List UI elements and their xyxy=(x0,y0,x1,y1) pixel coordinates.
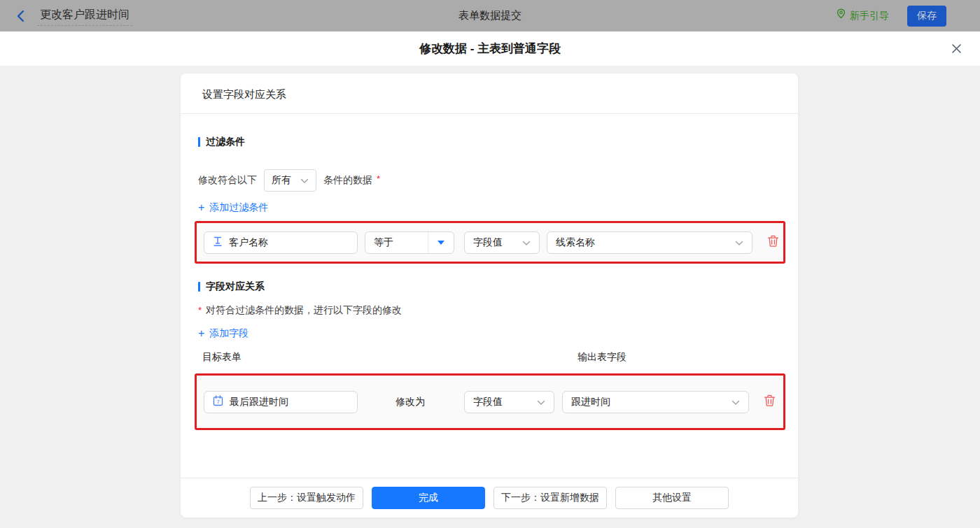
mapping-value: 跟进时间 xyxy=(571,396,610,408)
other-settings-button[interactable]: 其他设置 xyxy=(615,487,729,509)
condition-line: 修改符合以下 所有 条件的数据 * xyxy=(198,169,785,192)
mapping-field-value: 最后跟进时间 xyxy=(230,396,288,408)
modify-to-label: 修改为 xyxy=(396,396,425,408)
target-form-column-header: 目标表单 xyxy=(202,351,241,364)
filter-field-input[interactable]: 客户名称 xyxy=(204,231,358,254)
chevron-down-icon xyxy=(300,175,309,186)
mapping-value-type: 字段值 xyxy=(473,396,503,408)
plus-icon: + xyxy=(198,202,204,213)
filter-condition-row: 客户名称 等于 字段值 线索名称 xyxy=(195,221,785,264)
chevron-down-icon xyxy=(735,237,743,248)
filter-value-type: 字段值 xyxy=(473,236,503,249)
modal-header: 修改数据 - 主表到普通字段 xyxy=(0,31,980,66)
add-field-link[interactable]: + 添加字段 xyxy=(198,327,248,340)
calendar-date-icon: 7 xyxy=(213,395,223,408)
mapping-description: 对符合过滤条件的数据，进行以下字段的修改 xyxy=(206,304,402,317)
add-filter-condition-label: 添加过滤条件 xyxy=(209,201,268,214)
back-icon[interactable] xyxy=(15,10,26,22)
condition-suffix: 条件的数据 xyxy=(323,174,372,187)
topbar-right: 新手引导 保存 xyxy=(836,6,946,27)
chevron-down-icon xyxy=(537,397,545,408)
filter-section-title: 过滤条件 xyxy=(198,136,785,148)
filter-value: 线索名称 xyxy=(556,236,595,249)
filter-field-value: 客户名称 xyxy=(229,236,268,249)
required-asterisk: * xyxy=(198,305,202,315)
trash-icon xyxy=(767,235,779,250)
chevron-down-icon xyxy=(732,397,740,408)
save-button[interactable]: 保存 xyxy=(907,6,946,27)
prev-step-button[interactable]: 上一步：设置触发动作 xyxy=(250,487,363,509)
operator-value: 等于 xyxy=(365,232,428,253)
delete-filter-row-button[interactable] xyxy=(764,234,781,251)
match-mode-value: 所有 xyxy=(272,174,291,187)
mapping-section-title: 字段对应关系 xyxy=(198,280,785,293)
section-accent-bar xyxy=(198,137,200,147)
mapping-field-input[interactable]: 7 最后跟进时间 xyxy=(204,391,358,413)
mapping-value-select[interactable]: 跟进时间 xyxy=(562,391,749,413)
output-field-column-header: 输出表字段 xyxy=(578,351,626,364)
topbar-left: 更改客户跟进时间 xyxy=(15,6,132,26)
plus-icon: + xyxy=(198,328,204,339)
settings-card: 设置字段对应关系 过滤条件 修改符合以下 所有 条件的数据 xyxy=(181,73,798,518)
filter-value-type-select[interactable]: 字段值 xyxy=(464,231,540,254)
chevron-down-icon xyxy=(522,237,531,248)
done-button[interactable]: 完成 xyxy=(372,487,485,509)
delete-mapping-row-button[interactable] xyxy=(761,394,778,411)
guide-label: 新手引导 xyxy=(850,10,889,22)
field-mapping-row: 7 最后跟进时间 修改为 字段值 跟进时间 xyxy=(195,373,785,430)
next-step-button[interactable]: 下一步：设置新增数据 xyxy=(493,487,607,509)
mapping-section-label: 字段对应关系 xyxy=(206,280,265,293)
text-field-icon xyxy=(213,236,223,249)
add-filter-condition-link[interactable]: + 添加过滤条件 xyxy=(198,201,268,214)
guide-pin-icon xyxy=(836,8,846,23)
trash-icon xyxy=(764,394,776,409)
automation-name[interactable]: 更改客户跟进时间 xyxy=(37,6,132,26)
card-title: 设置字段对应关系 xyxy=(181,73,798,114)
close-icon[interactable] xyxy=(949,41,963,55)
beginner-guide-link[interactable]: 新手引导 xyxy=(836,8,889,23)
card-content: 过滤条件 修改符合以下 所有 条件的数据 * + 添加过滤条件 xyxy=(181,114,798,478)
required-asterisk: * xyxy=(377,173,380,184)
modal-title: 修改数据 - 主表到普通字段 xyxy=(419,41,561,57)
mapping-description-line: * 对符合过滤条件的数据，进行以下字段的修改 xyxy=(198,304,785,317)
operator-select[interactable]: 等于 xyxy=(365,231,454,254)
screen: 更改客户跟进时间 表单数据提交 新手引导 保存 修改数据 - 主表到普通字段 设… xyxy=(0,0,980,528)
condition-prefix: 修改符合以下 xyxy=(198,174,257,187)
match-mode-select[interactable]: 所有 xyxy=(264,169,316,192)
section-accent-bar xyxy=(198,282,200,292)
page-title: 表单数据提交 xyxy=(458,9,522,22)
topbar: 更改客户跟进时间 表单数据提交 新手引导 保存 xyxy=(0,0,980,31)
caret-down-icon xyxy=(428,232,454,253)
mapping-value-type-select[interactable]: 字段值 xyxy=(464,391,554,413)
mapping-column-headers: 目标表单 输出表字段 xyxy=(198,351,785,362)
add-field-label: 添加字段 xyxy=(209,327,248,340)
filter-value-select[interactable]: 线索名称 xyxy=(547,231,752,254)
filter-section-label: 过滤条件 xyxy=(206,136,245,148)
svg-text:7: 7 xyxy=(216,399,219,405)
modal-body: 设置字段对应关系 过滤条件 修改符合以下 所有 条件的数据 xyxy=(0,66,980,528)
card-footer: 上一步：设置触发动作 完成 下一步：设置新增数据 其他设置 xyxy=(181,478,798,518)
